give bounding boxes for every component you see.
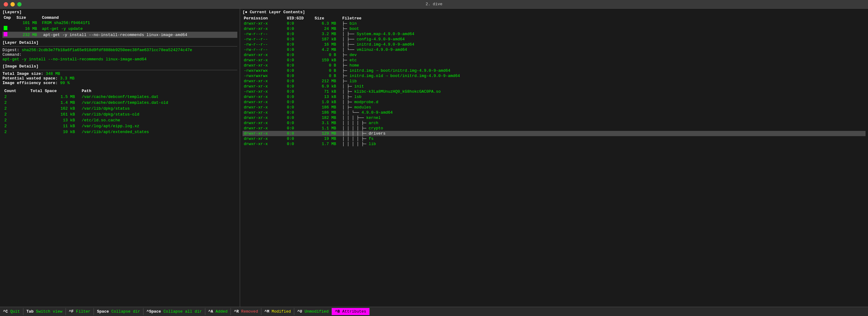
file-permission: -rw-r--r-- <box>243 37 286 42</box>
waste-count: 2 <box>3 123 29 129</box>
filetree-row[interactable]: drwxr-xr-x0:0159 kB├─ etc <box>243 58 866 63</box>
filetree-row[interactable]: -rwxr-xr-x0:071 kB│ ├─ klibc-k3La8MUnuzH… <box>243 89 866 94</box>
layer-size: 232 MB <box>15 32 41 38</box>
layer-command: apt-get -y install --no-install-recommen… <box>41 32 237 38</box>
file-size: 182 MB <box>313 115 341 120</box>
file-name: │ ├─ modprobe.d <box>341 99 866 105</box>
filetree-row[interactable]: drwxr-xr-x0:024 MB├─ boot <box>243 26 866 31</box>
file-uid-gid: 0:0 <box>286 110 313 115</box>
layer-row[interactable]: 101 MBFROM sha256:f94641f1 <box>2 20 237 26</box>
file-uid-gid: 0:0 <box>286 63 313 68</box>
file-name: │ │ │ │ ├─ fs <box>341 136 866 141</box>
statusbar-collapse-dir[interactable]: Space Collapse dir <box>94 308 144 315</box>
statusbar-removed[interactable]: ^R Removed <box>231 308 261 315</box>
file-name: ├─ lib <box>341 79 866 84</box>
col-count: Count <box>3 88 29 94</box>
file-size: 6.9 kB <box>313 84 341 89</box>
filetree-row[interactable]: -rwxrwxrwx0:00 B├─ initrd.img → boot/ini… <box>243 68 866 73</box>
close-button[interactable] <box>4 2 8 6</box>
layer-size: 101 MB <box>15 20 41 26</box>
file-permission: -rwxr-xr-x <box>243 89 286 94</box>
filetree-row[interactable]: drwxr-xr-x0:06.3 MB├─ bin <box>243 21 866 26</box>
file-uid-gid: 0:0 <box>286 131 313 136</box>
right-panel: [● Current Layer Contents] Permission UI… <box>240 9 868 307</box>
waste-path: /var/cache/debconf/templates.dat-old <box>80 100 237 105</box>
filetree-row[interactable]: drwxr-xr-x0:01.1 MB│ │ │ │ ├─ crypto <box>243 126 866 131</box>
file-size: 16 MB <box>313 42 341 47</box>
waste-space: 10 kB <box>29 130 80 135</box>
file-size: 71 kB <box>313 89 341 94</box>
window-controls <box>4 2 22 6</box>
layer-row[interactable]: 232 MBapt-get -y install --no-install-re… <box>2 32 237 38</box>
file-size: 19 MB <box>313 136 341 141</box>
filetree-row[interactable]: -rw-r--r--0:04.2 MB│ └── vmlinuz-4.9.0-9… <box>243 47 866 52</box>
file-name: ├─ bin <box>341 21 866 26</box>
statusbar-collapse-all dir[interactable]: ^Space Collapse all dir <box>144 308 205 315</box>
statusbar-unmodified[interactable]: ^U Unmodified <box>294 308 332 315</box>
file-permission: -rw-r--r-- <box>243 47 286 52</box>
statusbar-switch-view[interactable]: Tab Switch view <box>23 308 66 315</box>
file-name: ├─ initrd.img.old → boot/initrd.img-4.9.… <box>341 73 866 79</box>
file-permission: drwxr-xr-x <box>243 105 286 110</box>
waste-path: /etc/ld.so.cache <box>80 118 237 123</box>
filetree-row[interactable]: drwxr-xr-x0:0186 MB│ ├─ modules <box>243 105 866 110</box>
efficiency-label: Image efficiency score: <box>2 81 58 85</box>
filetree-row[interactable]: drwxr-xr-x0:00 B├─ dev <box>243 52 866 58</box>
filetree-row[interactable]: drwxr-xr-x0:01.7 MB│ │ │ │ ├─ lib <box>243 141 866 147</box>
maximize-button[interactable] <box>17 2 22 6</box>
waste-row: 211 kB/var/log/apt/eipp.log.xz <box>3 123 237 129</box>
file-permission: -rw-r--r-- <box>243 42 286 47</box>
filetree-row[interactable]: drwxr-xr-x0:0212 MB├─ lib <box>243 79 866 84</box>
file-name: │ ├─ lsb <box>341 94 866 99</box>
statusbar-filter[interactable]: ^F Filter <box>66 308 94 315</box>
filetree-row[interactable]: drwxr-xr-x0:0129 MB│ │ │ │ ├─ drivers <box>243 131 866 136</box>
statusbar-added[interactable]: ^A Added <box>205 308 231 315</box>
file-permission: drwxr-xr-x <box>243 79 286 84</box>
file-uid-gid: 0:0 <box>286 26 313 31</box>
filetree-row[interactable]: drwxr-xr-x0:01.0 kB│ ├─ modprobe.d <box>243 99 866 105</box>
waste-table: Count Total Space Path 21.5 MB/var/cache… <box>2 88 237 135</box>
file-permission: drwxr-xr-x <box>243 94 286 99</box>
file-name: │ │ │ │ ├─ drivers <box>341 131 866 136</box>
titlebar: 2. dive <box>0 0 868 9</box>
filetree-row[interactable]: -rw-r--r--0:016 MB│ ├── initrd.img-4.9.0… <box>243 42 866 47</box>
filetree-row[interactable]: drwxr-xr-x0:06.9 kB│ ├─ init <box>243 84 866 89</box>
file-permission: drwxr-xr-x <box>243 99 286 105</box>
layer-color-bar <box>2 32 15 38</box>
file-name: │ └── vmlinuz-4.9.0-9-amd64 <box>341 47 866 52</box>
layer-details-header: [Layer Details] <box>2 40 237 45</box>
statusbar-quit[interactable]: ^C Quit <box>0 308 23 315</box>
file-uid-gid: 0:0 <box>286 99 313 105</box>
filetree-row[interactable]: drwxr-xr-x0:00 B├─ home <box>243 63 866 68</box>
minimize-button[interactable] <box>10 2 15 6</box>
waste-row: 210 kB/var/lib/apt/extended_states <box>3 130 237 135</box>
waste-space: 13 kB <box>29 118 80 123</box>
filetree-row[interactable]: -rw-r--r--0:0187 kB│ ├── config-4.9.0-9-… <box>243 37 866 42</box>
statusbar-attributes[interactable]: ^B Attributes <box>332 308 369 315</box>
waste-row: 2161 kB/var/lib/dpkg/status-old <box>3 112 237 117</box>
filetree-row[interactable]: drwxr-xr-x0:019 MB│ │ │ │ ├─ fs <box>243 136 866 141</box>
statusbar-modified[interactable]: ^M Modified <box>261 308 294 315</box>
file-name: │ │ │ │ ├─ lib <box>341 141 866 147</box>
file-size: 0 B <box>313 73 341 79</box>
filetree-row[interactable]: drwxr-xr-x0:0182 MB│ │ │ ├── kernel <box>243 115 866 120</box>
filetree-row[interactable]: -rw-r--r--0:03.2 MB│ ├── System.map-4.9.… <box>243 31 866 37</box>
filetree-row[interactable]: drwxr-xr-x0:03.1 MB│ │ │ │ ├─ arch <box>243 120 866 126</box>
filetree-row[interactable]: drwxr-xr-x0:013 kB│ ├─ lsb <box>243 94 866 99</box>
file-uid-gid: 0:0 <box>286 68 313 73</box>
file-size: 186 MB <box>313 110 341 115</box>
file-uid-gid: 0:0 <box>286 94 313 99</box>
layer-row[interactable]: 16 MBapt-get -y update <box>2 26 237 32</box>
file-name: │ │ └── 4.9.0-9-amd64 <box>341 110 866 115</box>
left-panel: [Layers] Cmp Size Command 101 MBFROM sha… <box>0 9 240 307</box>
file-uid-gid: 0:0 <box>286 115 313 120</box>
file-permission: drwxr-xr-x <box>243 52 286 58</box>
file-uid-gid: 0:0 <box>286 47 313 52</box>
filetree-row[interactable]: drwxr-xr-x0:0186 MB│ │ └── 4.9.0-9-amd64 <box>243 110 866 115</box>
digest-row: Digest: sha256:2cdb3e7fb18a6f1a65e918d9f… <box>2 48 237 52</box>
file-size: 13 kB <box>313 94 341 99</box>
file-name: ├─ dev <box>341 52 866 58</box>
file-name: ├─ initrd.img → boot/initrd.img-4.9.0-9-… <box>341 68 866 73</box>
right-panel-header-text: [● Current Layer Contents] <box>243 10 866 15</box>
filetree-row[interactable]: -rwxrwxrwx0:00 B├─ initrd.img.old → boot… <box>243 73 866 79</box>
